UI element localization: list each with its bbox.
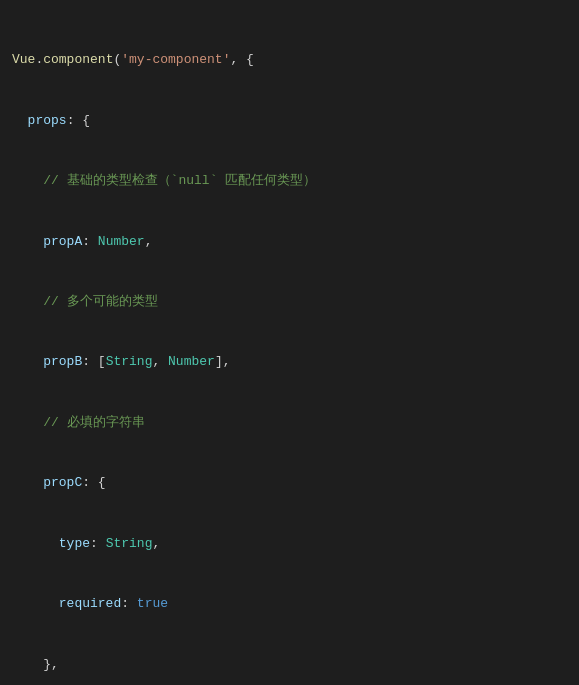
code-line-10: required: true — [12, 594, 567, 614]
code-line-9: type: String, — [12, 534, 567, 554]
code-line-1: Vue.component('my-component', { — [12, 50, 567, 70]
code-line-6: propB: [String, Number], — [12, 352, 567, 372]
code-line-3: // 基础的类型检查（`null` 匹配任何类型） — [12, 171, 567, 191]
code-line-8: propC: { — [12, 473, 567, 493]
code-line-4: propA: Number, — [12, 232, 567, 252]
code-line-11: }, — [12, 655, 567, 675]
code-line-5: // 多个可能的类型 — [12, 292, 567, 312]
code-block: Vue.component('my-component', { props: {… — [0, 10, 579, 685]
code-line-2: props: { — [12, 111, 567, 131]
code-line-7: // 必填的字符串 — [12, 413, 567, 433]
